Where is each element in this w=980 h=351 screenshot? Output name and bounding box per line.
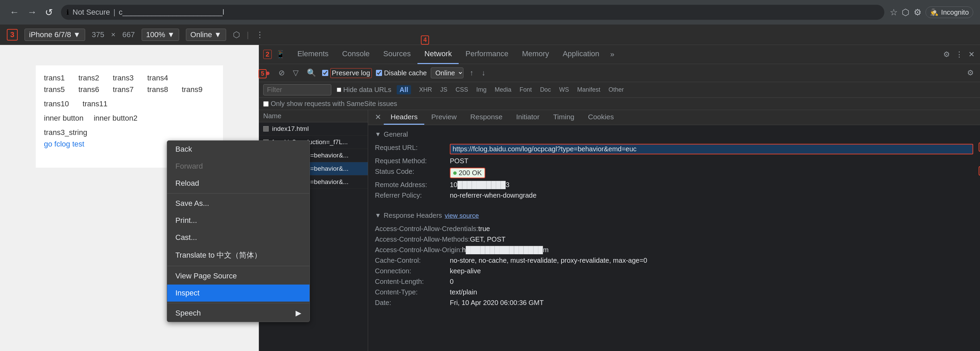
ctx-translate[interactable]: Translate to 中文（简体） [167,246,310,265]
trans6: trans6 [78,85,99,94]
tab-more[interactable]: » [606,47,618,62]
dropdown-icon: ▼ [73,30,81,39]
incognito-info: 🕵 Incognito [926,6,973,18]
extensions-icon[interactable]: ⬡ [902,7,910,18]
disable-cache-input[interactable] [376,70,382,76]
tab-elements[interactable]: Elements [290,45,336,64]
detail-tab-response[interactable]: Response [463,110,509,125]
preserve-log-input[interactable] [322,70,328,76]
tab-network[interactable]: Network 4 [417,45,459,64]
view-source-link[interactable]: view source [445,212,479,219]
detail-tab-cookies[interactable]: Cookies [581,110,621,125]
general-section-title: ▼ General [375,131,973,138]
status-code-row: Status Code: 200 OK 9 [375,166,973,180]
address-bar[interactable]: ℹ Not Secure | c________________________… [61,5,884,20]
request-url-value: https://fclog.baidu.com/log/ocpcagl?type… [450,144,973,155]
general-toggle[interactable]: ▼ [375,131,381,138]
device-toolbar: 3 iPhone 6/7/8 ▼ 375 × 667 100% ▼ Online… [0,24,980,45]
device-selector[interactable]: iPhone 6/7/8 ▼ [24,29,85,41]
samesite-checkbox[interactable]: Only show requests with SameSite issues [263,100,397,108]
details-close-icon[interactable]: ✕ [372,110,384,125]
tab-console[interactable]: Console [336,45,377,64]
filter-other[interactable]: Other [606,86,627,94]
ctx-reload[interactable]: Reload [167,175,310,192]
network-throttle[interactable]: Online ▼ [186,29,226,41]
forward-button[interactable]: → [24,5,40,19]
settings-icon[interactable]: ⚙ [913,7,921,18]
filter-img[interactable]: Img [474,86,489,94]
tab-application[interactable]: Application [556,45,606,64]
all-filter-btn[interactable]: All [397,85,411,94]
ctx-print[interactable]: Print... [167,212,310,229]
ct-value: text/plain [450,288,973,296]
devtools-settings-icon[interactable]: ⚙ [942,49,951,60]
inner-button-1[interactable]: inner button [44,114,83,123]
acac-row: Access-Control-Allow-Credentials: true [375,223,973,234]
browser-chrome: ← → ↺ ℹ Not Secure | c__________________… [0,0,980,24]
search-button[interactable]: 🔍 [305,67,318,79]
trans4: trans4 [147,73,168,83]
filter-font[interactable]: Font [517,86,535,94]
network-toolbar: ● ⊘ ▽ 🔍 Preserve log Disable cache Onlin… [259,64,980,82]
filter-js[interactable]: JS [438,86,450,94]
filter-css[interactable]: CSS [453,86,471,94]
samesite-input[interactable] [263,101,269,107]
filter-media[interactable]: Media [492,86,514,94]
filter-xhr[interactable]: XHR [417,86,435,94]
disable-cache-checkbox[interactable]: Disable cache [376,69,427,77]
stop-button[interactable]: ⊘ [277,67,287,79]
detail-tab-headers[interactable]: Headers [384,110,424,125]
ctx-cast[interactable]: Cast... [167,229,310,246]
incognito-label: Incognito [941,8,969,16]
toolbar-more-icon[interactable]: ⋮ [256,30,264,40]
filter-button[interactable]: ▽ [291,67,301,79]
cc-key: Cache-Control: [375,257,450,265]
annotation-4: 4 [421,35,429,45]
hide-data-urls-checkbox[interactable] [337,88,341,92]
rotate-icon[interactable]: ⬡ [233,30,240,40]
status-dot [453,171,457,175]
network-throttle-select[interactable]: Online [431,67,463,78]
star-icon[interactable]: ☆ [890,7,897,18]
go-fclog-link[interactable]: go fclog test [44,140,84,148]
devtools-close-icon[interactable]: ✕ [967,49,976,60]
detail-tab-timing[interactable]: Timing [547,110,581,125]
url-text: c________________________l [119,8,224,17]
inner-button-2[interactable]: inner button2 [94,114,137,123]
network-list-header: Name [259,110,368,122]
ctx-speech[interactable]: Speech ▶ [167,305,310,322]
network-settings-icon[interactable]: ⚙ [965,67,976,79]
filter-doc[interactable]: Doc [537,86,554,94]
separator: | [113,8,115,17]
detail-tab-initiator[interactable]: Initiator [509,110,547,125]
hide-data-urls-label[interactable]: Hide data URLs [337,86,391,94]
annotation-2: 2 [263,50,272,59]
detail-tab-preview[interactable]: Preview [424,110,463,125]
response-headers-section: ▼ Response Headers view source Access-Co… [368,206,980,314]
reload-button[interactable]: ↺ [42,5,56,19]
devtools-tabs: 2 📱 Elements Console Sources Network 4 P… [259,45,980,64]
ctx-view-source[interactable]: View Page Source [167,268,310,284]
ctx-inspect[interactable]: Inspect 1 [167,284,310,302]
filter-manifest[interactable]: Manifest [574,86,603,94]
samesite-label: Only show requests with SameSite issues [271,100,397,108]
response-headers-toggle[interactable]: ▼ [375,212,381,219]
zoom-selector[interactable]: 100% ▼ [142,29,179,41]
details-tabs: ✕ Headers Preview Response Initiator Tim… [368,110,980,125]
tab-performance[interactable]: Performance [459,45,515,64]
tab-sources[interactable]: Sources [377,45,418,64]
devtools-device-icon[interactable]: 📱 [274,49,286,60]
net-row-1[interactable]: index17.html [259,122,368,136]
filter-input[interactable] [263,84,331,96]
ctx-save-as[interactable]: Save As... [167,195,310,212]
annotation-9: 9 [978,166,980,176]
tab-memory[interactable]: Memory [515,45,556,64]
devtools-actions: ⚙ ⋮ ✕ [942,49,976,60]
name-column-header: Name [263,112,281,120]
back-button[interactable]: ← [7,5,22,19]
acac-key: Access-Control-Allow-Credentials: [375,225,478,233]
devtools-more-icon[interactable]: ⋮ [954,49,964,60]
ctx-back[interactable]: Back [167,141,310,158]
preserve-log-checkbox[interactable]: Preserve log [322,68,372,78]
filter-ws[interactable]: WS [557,86,572,94]
